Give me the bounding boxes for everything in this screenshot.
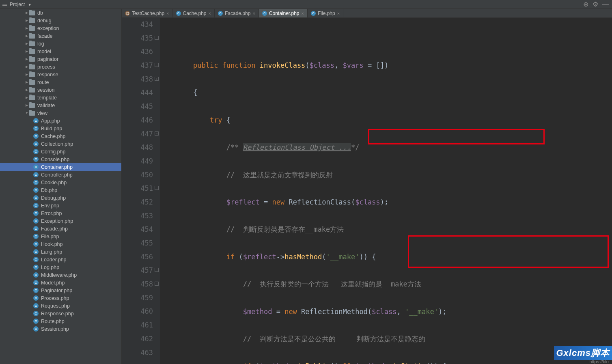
folder-facade[interactable]: ▶facade: [0, 32, 121, 40]
file-item[interactable]: CRoute.php: [0, 317, 121, 325]
folder-log[interactable]: ▶log: [0, 40, 121, 47]
file-item[interactable]: CController.php: [0, 171, 121, 179]
file-item[interactable]: CCollection.php: [0, 140, 121, 148]
folder-validate[interactable]: ▶validate: [0, 101, 121, 109]
tab-file[interactable]: CFile.php×: [308, 9, 343, 17]
fold-icon[interactable]: −: [155, 186, 159, 190]
file-item[interactable]: CDb.php: [0, 186, 121, 194]
php-class-icon: C: [311, 11, 316, 16]
file-item[interactable]: CLoader.php: [0, 256, 121, 263]
file-item[interactable]: CConfig.php: [0, 148, 121, 155]
file-item-selected[interactable]: CContainer.php: [0, 163, 121, 171]
fold-icon[interactable]: −: [155, 131, 159, 136]
code-editor[interactable]: 434 435− 436 437− 438+ 444 445 446 447− …: [122, 18, 612, 364]
fold-icon[interactable]: −: [155, 282, 159, 286]
php-class-icon: C: [33, 303, 39, 308]
php-class-icon: C: [33, 326, 39, 332]
folder-model[interactable]: ▶model: [0, 47, 121, 55]
tab-cache[interactable]: CCache.php×: [173, 9, 215, 17]
php-class-icon: C: [33, 295, 39, 301]
php-class-icon: C: [33, 241, 39, 247]
php-class-icon: C: [33, 164, 39, 170]
folder-icon: [29, 88, 35, 93]
close-icon[interactable]: ×: [337, 11, 340, 16]
close-icon[interactable]: ×: [166, 11, 169, 16]
php-class-icon: C: [33, 218, 39, 224]
php-class-icon: C: [33, 157, 39, 162]
folder-icon: [29, 57, 35, 62]
php-class-icon: C: [33, 118, 39, 123]
php-class-icon: C: [262, 11, 267, 16]
fold-icon[interactable]: −: [155, 36, 159, 40]
file-item[interactable]: CFile.php: [0, 233, 121, 240]
file-item[interactable]: CRequest.php: [0, 302, 121, 310]
php-class-icon: C: [33, 265, 39, 270]
php-class-icon: C: [33, 211, 39, 216]
watermark-sub: https://blo: [589, 359, 609, 364]
project-dropdown[interactable]: Project ▼: [0, 2, 32, 7]
file-item[interactable]: CBuild.php: [0, 125, 121, 132]
file-item[interactable]: CFacade.php: [0, 225, 121, 233]
watermark: Gxlcms脚本: [554, 346, 612, 360]
php-class-icon: C: [33, 149, 39, 154]
file-item[interactable]: CMiddleware.php: [0, 271, 121, 279]
folder-exception[interactable]: ▶exception: [0, 24, 121, 32]
php-class-icon: C: [33, 280, 39, 285]
folder-paginator[interactable]: ▶paginator: [0, 55, 121, 63]
folder-template[interactable]: ▶template: [0, 94, 121, 101]
file-item[interactable]: CSession.php: [0, 325, 121, 333]
project-tree[interactable]: ▶db ▶debug ▶exception ▶facade ▶log ▶mode…: [0, 9, 122, 364]
folder-view[interactable]: ▼view: [0, 109, 121, 117]
tab-testcache[interactable]: ⬚TestCache.php×: [122, 9, 173, 17]
php-class-icon: C: [33, 141, 39, 146]
close-icon[interactable]: ×: [302, 11, 304, 16]
file-item[interactable]: CEnv.php: [0, 202, 121, 209]
gear-icon[interactable]: ⚙: [593, 0, 598, 8]
fold-icon[interactable]: −: [155, 268, 159, 272]
fold-icon[interactable]: +: [155, 77, 159, 81]
php-class-icon: C: [33, 257, 39, 262]
folder-icon: [29, 103, 35, 108]
php-class-icon: C: [218, 11, 223, 16]
folder-db[interactable]: ▶db: [0, 9, 121, 17]
folder-process[interactable]: ▶process: [0, 63, 121, 71]
target-icon[interactable]: ⊕: [583, 0, 588, 8]
file-item[interactable]: CHook.php: [0, 240, 121, 248]
file-item[interactable]: CLog.php: [0, 263, 121, 271]
file-item[interactable]: CCookie.php: [0, 179, 121, 186]
close-icon[interactable]: ×: [209, 11, 211, 16]
file-item[interactable]: CDebug.php: [0, 194, 121, 202]
folder-icon: [29, 111, 35, 116]
file-item[interactable]: CError.php: [0, 209, 121, 217]
tab-facade[interactable]: CFacade.php×: [215, 9, 259, 17]
tab-container[interactable]: CContainer.php×: [259, 9, 308, 17]
folder-icon: [29, 49, 35, 54]
folder-icon: [29, 26, 35, 31]
folder-session[interactable]: ▶session: [0, 86, 121, 94]
folder-response[interactable]: ▶response: [0, 71, 121, 78]
file-item[interactable]: CPaginator.php: [0, 286, 121, 294]
folder-icon: [29, 18, 35, 23]
file-item[interactable]: CConsole.php: [0, 155, 121, 163]
close-icon[interactable]: ×: [252, 11, 255, 16]
folder-icon: [29, 80, 35, 85]
file-item[interactable]: CResponse.php: [0, 310, 121, 317]
file-item[interactable]: CException.php: [0, 217, 121, 225]
top-toolbar: Project ▼ ⊕ ⚙ —: [0, 0, 612, 9]
folder-route[interactable]: ▶route: [0, 78, 121, 86]
folder-debug[interactable]: ▶debug: [0, 17, 121, 24]
collapse-icon[interactable]: —: [602, 1, 609, 8]
file-item[interactable]: CProcess.php: [0, 294, 121, 302]
chevron-down-icon: ▼: [28, 3, 32, 7]
php-class-icon: C: [33, 272, 39, 278]
php-class-icon: C: [33, 288, 39, 293]
file-item[interactable]: CModel.php: [0, 279, 121, 286]
fold-icon[interactable]: −: [155, 63, 159, 67]
file-item[interactable]: CLang.php: [0, 248, 121, 256]
php-test-icon: ⬚: [125, 11, 130, 16]
code-content[interactable]: public function invokeClass($class, $var…: [160, 18, 496, 364]
file-item[interactable]: CApp.php: [0, 117, 121, 125]
folder-icon: [29, 65, 35, 69]
file-item[interactable]: CCache.php: [0, 132, 121, 140]
php-class-icon: C: [33, 249, 39, 254]
